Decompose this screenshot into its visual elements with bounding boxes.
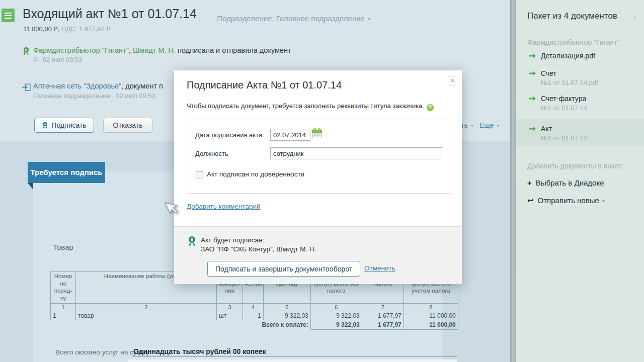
chevron-down-icon: ▾: [602, 198, 605, 204]
document-field-strip: [128, 359, 457, 362]
event-meta: Головное подразделение · 02 июл 09:53: [33, 92, 155, 100]
package-vendor: Фармдистрибьютор "Гигант": [527, 38, 619, 46]
table-colnum-row: 1 2 3 4 5 6 7 8: [51, 304, 458, 311]
cancel-link[interactable]: Отменить: [364, 264, 395, 272]
date-input[interactable]: [270, 129, 310, 141]
arrow-right-icon: [529, 126, 536, 131]
doc-item-act-selected[interactable]: Акт: [541, 125, 552, 133]
will-sign-caption: Акт будет подписан:: [201, 236, 264, 244]
proxy-checkbox[interactable]: [196, 171, 203, 178]
calendar-icon[interactable]: [312, 128, 322, 139]
doc-item-invoice[interactable]: Счет: [541, 69, 556, 77]
refuse-button[interactable]: Отказать: [103, 118, 152, 133]
doc-item-subtitle: №1 от 01.07.14: [541, 134, 587, 142]
org-link[interactable]: Аптечная сеть "Здоровье": [33, 82, 121, 90]
doc-item-subtitle: №1 от 01.07.14.pdf: [541, 79, 598, 86]
org-link[interactable]: Фармдистрибьютор "Гигант": [33, 46, 129, 54]
chevron-down-icon: ▾: [471, 123, 473, 128]
dialog-description: Чтобы подписать документ, требуется запо…: [187, 102, 434, 111]
help-icon[interactable]: ?: [427, 104, 434, 111]
submit-sign-button[interactable]: Подписать и завершить документооборот: [207, 261, 360, 277]
package-sidebar: Пакет из 4 документов › Фармдистрибьютор…: [516, 0, 644, 362]
seal-icon: [187, 235, 197, 247]
doc-item-invoice-facture[interactable]: Счет-фактура: [541, 95, 586, 103]
chevron-right-icon[interactable]: ›: [633, 13, 636, 22]
doc-item-detalization[interactable]: Детализация.pdf: [541, 52, 595, 60]
division-selector[interactable]: Подразделение: Головное подразделение▾: [217, 14, 370, 23]
dialog-title: Подписание Акта №1 от 01.07.14: [187, 79, 342, 91]
document-amount: 11 000,00 ₽,: [23, 25, 59, 33]
arrow-right-icon: [529, 71, 536, 76]
product-label: Товар: [53, 243, 73, 251]
arrow-right-icon: [529, 96, 536, 101]
truncated-action-link[interactable]: ть▾: [461, 121, 473, 129]
seal-icon: [22, 46, 30, 56]
sign-button[interactable]: Подписать: [34, 118, 94, 133]
scrollbar[interactable]: [510, 0, 516, 362]
event-signed: Фармдистрибьютор "Гигант", Шмидт М. Н. п…: [33, 46, 291, 54]
sum-in-words: Одиннадцать тысяч рублей 00 копеек: [133, 347, 266, 355]
event-meta: 0 · 02 июл 09:53: [33, 56, 82, 63]
reply-arrow-icon: ↩: [527, 196, 534, 205]
status-badge: Требуется подпись: [28, 162, 105, 183]
received-icon: [22, 83, 31, 91]
date-label: Дата подписания акта:: [195, 131, 264, 139]
arrow-right-icon: [529, 53, 536, 58]
page-title: Входящий акт №1 от 01.07.14: [23, 7, 197, 21]
menu-icon[interactable]: [2, 9, 15, 22]
chevron-down-icon: ▾: [368, 16, 370, 22]
send-new-link[interactable]: ↩Отправить новые▾: [527, 196, 605, 205]
person-link[interactable]: Шмидт М. Н.: [133, 46, 176, 54]
position-input[interactable]: [270, 147, 442, 159]
plus-icon: +: [527, 178, 532, 187]
seal-icon: [42, 121, 48, 130]
selected-doc-highlight: [516, 119, 644, 146]
sum-underline: [132, 356, 457, 357]
doc-item-subtitle: №1 от 01.07.14: [541, 104, 587, 112]
document-totals: 11 000,00 ₽, НДС: 1 677,97 ₽: [23, 25, 110, 33]
package-title: Пакет из 4 документов: [527, 11, 617, 21]
signer-name: ЗАО "ПФ "СКБ Контур", Шмидт М. Н.: [201, 245, 316, 253]
sign-dialog: × Подписание Акта №1 от 01.07.14 Чтобы п…: [174, 70, 462, 284]
add-to-package-label: Добавить документы в пакет:: [527, 162, 623, 170]
document-vat: НДС: 1 677,97 ₽: [59, 25, 110, 33]
event-received: Аптечная сеть "Здоровье", документ п: [33, 82, 163, 90]
choose-in-diadoc-link[interactable]: +Выбрать в Диадоке: [527, 178, 604, 187]
more-link[interactable]: Еще▾: [479, 121, 500, 129]
position-label: Должность: [195, 150, 228, 157]
dialog-footer: Акт будет подписан: ЗАО "ПФ "СКБ Контур"…: [174, 226, 462, 284]
add-comment-link[interactable]: Добавить комментарий: [187, 203, 261, 210]
table-total-row: Всего к оплате: 9 322,03 1 677,97 11 000…: [51, 320, 458, 330]
close-icon[interactable]: ×: [448, 76, 457, 86]
table-row: 1 товар шт 1 9 322,03 9 322,03 1 677,97 …: [51, 311, 458, 320]
requisites-form: Дата подписания акта: Должность Акт подп…: [187, 120, 451, 194]
proxy-checkbox-label: Акт подписан по доверенности: [207, 170, 304, 178]
chevron-down-icon: ▾: [497, 123, 500, 128]
